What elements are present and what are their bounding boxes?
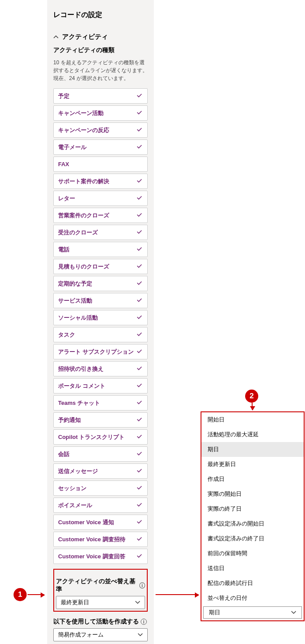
activity-type-label: 予定 xyxy=(58,92,69,100)
activity-type-item[interactable]: 会話 xyxy=(53,446,148,462)
sortby-dropdown: 開始日活動処理の最大遅延期日最終更新日作成日実際の開始日実際の終了日書式設定済み… xyxy=(201,411,305,621)
check-icon xyxy=(136,433,143,441)
activity-type-item[interactable]: キャンペーン活動 xyxy=(53,105,148,121)
activity-type-item[interactable]: 定期的な予定 xyxy=(53,276,148,291)
check-icon xyxy=(136,296,143,305)
activity-type-item[interactable]: 予定 xyxy=(53,88,148,104)
annotation-badge-2: 2 xyxy=(245,390,258,403)
sortby-value: 最終更新日 xyxy=(61,599,89,606)
check-icon xyxy=(136,399,143,407)
activity-type-item[interactable]: 受注のクローズ xyxy=(53,225,148,240)
activity-type-item[interactable]: FAX xyxy=(53,157,148,172)
activity-type-item[interactable]: 見積もりのクローズ xyxy=(53,259,148,274)
create-using-value: 簡易作成フォーム xyxy=(58,631,104,639)
check-icon xyxy=(136,535,143,543)
check-icon xyxy=(136,126,143,134)
sortby-option[interactable]: 前回の保留時間 xyxy=(201,546,304,561)
activity-type-label: ポータル コメント xyxy=(58,382,105,390)
activity-type-item[interactable]: ポータル コメント xyxy=(53,378,148,393)
activity-type-item[interactable]: レター xyxy=(53,191,148,206)
activity-type-item[interactable]: 予約通知 xyxy=(53,412,148,428)
sortby-option[interactable]: 実際の開始日 xyxy=(201,487,304,501)
info-icon[interactable]: i xyxy=(141,619,147,625)
activity-type-item[interactable]: キャンペーンの反応 xyxy=(53,122,148,138)
sortby-option[interactable]: 実際の終了日 xyxy=(201,501,304,516)
sortby-label: アクティビティの並べ替え基準 i xyxy=(56,578,145,593)
activity-type-label: サポート案件の解決 xyxy=(58,178,109,185)
check-icon xyxy=(136,365,143,373)
activity-type-label: Customer Voice 通知 xyxy=(58,519,114,526)
sortby-block: アクティビティの並べ替え基準 i 最終更新日 xyxy=(53,569,148,612)
activity-type-item[interactable]: サービス活動 xyxy=(53,293,148,308)
sortby-option[interactable]: 最終更新日 xyxy=(201,457,304,472)
check-icon xyxy=(136,552,143,560)
activity-type-label: アラート サブスクリプション xyxy=(58,348,134,356)
activity-type-heading: アクティビティの種類 xyxy=(53,46,148,54)
activity-type-item[interactable]: 電話 xyxy=(53,242,148,257)
check-icon xyxy=(136,518,143,526)
sortby-select[interactable]: 最終更新日 xyxy=(56,596,145,609)
create-using-select[interactable]: 簡易作成フォーム xyxy=(53,628,148,641)
sortby-option[interactable]: 送信日 xyxy=(201,561,304,576)
annotation-arrow-1 xyxy=(28,594,44,595)
activity-type-label: セッション xyxy=(58,484,87,492)
activity-type-label: サービス活動 xyxy=(58,297,92,305)
activity-type-item[interactable]: Customer Voice 調査回答 xyxy=(53,549,148,564)
activity-type-label: レター xyxy=(58,195,75,202)
check-icon xyxy=(136,501,143,509)
sortby-dropdown-footer[interactable]: 期日 xyxy=(203,606,302,619)
activity-type-list: 予定キャンペーン活動キャンペーンの反応電子メールFAXサポート案件の解決レター営… xyxy=(53,88,148,564)
activity-type-item[interactable]: セッション xyxy=(53,480,148,496)
sortby-option[interactable]: 開始日 xyxy=(201,412,304,427)
sortby-option[interactable]: 活動処理の最大遅延 xyxy=(201,427,304,442)
activity-type-label: 送信メッセージ xyxy=(58,467,98,475)
activity-type-label: 受注のクローズ xyxy=(58,229,98,237)
activity-type-item[interactable]: 営業案件のクローズ xyxy=(53,208,148,223)
activity-type-label: 電子メール xyxy=(58,143,87,151)
record-settings-panel: レコードの設定 アクティビティ アクティビティの種類 10 を超えるアクティビテ… xyxy=(47,0,154,644)
activity-type-label: Teams チャット xyxy=(58,399,100,407)
activity-type-item[interactable]: ソーシャル活動 xyxy=(53,310,148,325)
activity-type-label: 見積もりのクローズ xyxy=(58,263,109,271)
sortby-dropdown-list: 開始日活動処理の最大遅延期日最終更新日作成日実際の開始日実際の終了日書式設定済み… xyxy=(201,412,304,606)
sortby-option[interactable]: 期日 xyxy=(201,442,304,457)
activity-type-item[interactable]: Customer Voice 通知 xyxy=(53,515,148,530)
chevron-down-icon xyxy=(138,632,143,638)
activity-type-hint: 10 を超えるアクティビティの種類を選択するとタイムラインが遅くなります。 現在… xyxy=(53,59,148,82)
chevron-up-icon xyxy=(53,35,59,40)
sortby-option[interactable]: 作成日 xyxy=(201,472,304,487)
create-using-label: 以下を使用して活動を作成する i xyxy=(53,618,148,626)
activity-type-item[interactable]: ボイスメール xyxy=(53,498,148,513)
activity-type-item[interactable]: 電子メール xyxy=(53,139,148,155)
activity-type-item[interactable]: Copilot トランスクリプト xyxy=(53,429,148,445)
sortby-option[interactable]: 書式設定済みの開始日 xyxy=(201,516,304,531)
activity-type-label: 電話 xyxy=(58,246,69,254)
check-icon xyxy=(136,262,143,271)
activity-type-label: 招待状の引き換え xyxy=(58,365,104,373)
check-icon xyxy=(136,245,143,254)
check-icon xyxy=(136,211,143,219)
check-icon xyxy=(136,194,143,202)
activity-type-item[interactable]: Teams チャット xyxy=(53,395,148,411)
activity-type-label: キャンペーン活動 xyxy=(58,109,104,117)
activity-type-item[interactable]: 送信メッセージ xyxy=(53,463,148,479)
activity-type-item[interactable]: 招待状の引き換え xyxy=(53,361,148,376)
activity-type-item[interactable]: サポート案件の解決 xyxy=(53,174,148,189)
check-icon xyxy=(136,92,143,100)
activity-type-label: 会話 xyxy=(58,450,69,458)
section-activity[interactable]: アクティビティ xyxy=(53,33,148,41)
sortby-option[interactable]: 配信の最終試行日 xyxy=(201,576,304,591)
check-icon xyxy=(136,109,143,117)
sortby-option[interactable]: 並べ替えの日付 xyxy=(201,591,304,606)
check-icon xyxy=(136,331,143,339)
activity-type-label: Copilot トランスクリプト xyxy=(58,433,125,441)
info-icon[interactable]: i xyxy=(139,582,145,588)
activity-type-item[interactable]: Customer Voice 調査招待 xyxy=(53,532,148,547)
check-icon xyxy=(136,416,143,424)
sortby-option[interactable]: 書式設定済みの終了日 xyxy=(201,531,304,546)
activity-type-label: ソーシャル活動 xyxy=(58,314,98,322)
activity-type-item[interactable]: アラート サブスクリプション xyxy=(53,344,148,359)
annotation-badge-1: 1 xyxy=(14,588,27,601)
activity-type-label: 定期的な予定 xyxy=(58,280,92,288)
activity-type-item[interactable]: タスク xyxy=(53,327,148,342)
